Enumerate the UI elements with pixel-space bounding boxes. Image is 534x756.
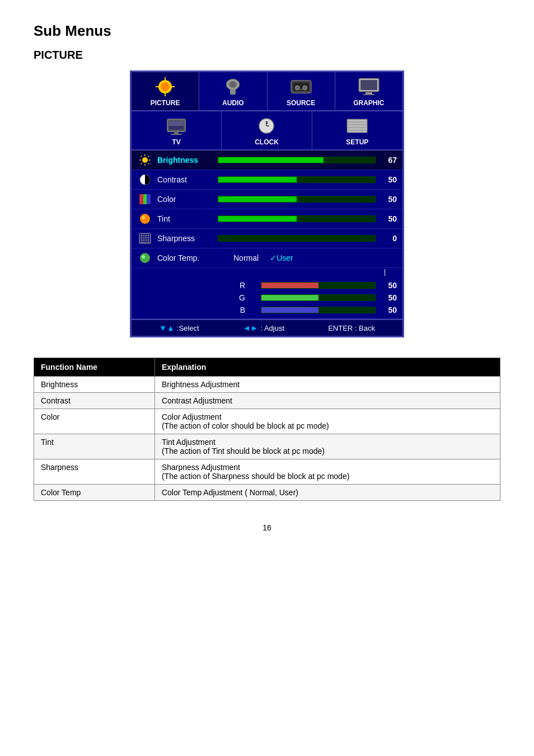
tab-tv[interactable]: TV [132, 111, 222, 149]
svg-rect-46 [147, 194, 151, 204]
table-row: ColorColor Adjustment(The action of colo… [34, 409, 500, 434]
tab-audio-label: AUDIO [222, 99, 244, 107]
svg-rect-13 [299, 89, 303, 90]
tint-icon [137, 212, 153, 226]
tab-graphic-label: GRAPHIC [353, 99, 384, 107]
tab-picture[interactable]: PICTURE [132, 72, 199, 110]
colortemp-normal[interactable]: Normal [233, 253, 259, 262]
cursor-indicator: | [132, 268, 402, 277]
color-icon [137, 192, 153, 206]
rgb-r-bar [261, 282, 376, 289]
svg-rect-8 [230, 89, 236, 95]
rgb-r-bar-fill [261, 283, 318, 288]
menu-row-colortemp[interactable]: Color Temp. Normal ✓User [132, 248, 402, 268]
table-cell-explanation: Color Adjustment(The action of color sho… [154, 409, 500, 434]
table-cell-explanation: Brightness Adjustment [154, 377, 500, 393]
rgb-b-value: 50 [380, 306, 397, 314]
rgb-row-g[interactable]: G 50 [137, 292, 397, 304]
svg-point-48 [142, 216, 145, 219]
tint-bar [218, 215, 376, 222]
rgb-g-bar-fill [261, 295, 318, 300]
colortemp-label: Color Temp. [157, 253, 233, 262]
menu-row-color[interactable]: Color 50 [132, 190, 402, 209]
menu-row-sharpness[interactable]: Sharpness 0 [132, 229, 402, 248]
svg-rect-45 [143, 194, 147, 204]
svg-point-59 [142, 255, 145, 259]
section-title: PICTURE [34, 49, 500, 62]
table-cell-name: Tint [34, 434, 155, 459]
tab-graphic[interactable]: GRAPHIC [335, 72, 402, 110]
rgb-g-value: 50 [380, 293, 397, 302]
svg-rect-21 [169, 121, 184, 126]
colortemp-user[interactable]: ✓User [270, 253, 293, 262]
ctrl-select: ▼▲ :Select [159, 323, 199, 332]
table-row: TintTint Adjustment(The action of Tint s… [34, 434, 500, 459]
svg-point-33 [142, 157, 148, 163]
table-cell-name: Sharpness [34, 459, 155, 485]
osd-container: PICTURE AUDIO [34, 71, 500, 337]
page-number: 16 [34, 523, 500, 532]
tab-clock[interactable]: 12 CLOCK [222, 111, 312, 149]
svg-text:12: 12 [265, 121, 269, 124]
ctrl-adjust: ◄► : Adjust [243, 323, 284, 332]
osd-box: PICTURE AUDIO [130, 71, 404, 337]
table-row: Color TempColor Temp Adjustment ( Normal… [34, 485, 500, 501]
svg-rect-49 [139, 233, 151, 243]
tint-value: 50 [380, 214, 397, 223]
rgb-r-bar-bg [261, 282, 376, 289]
svg-rect-44 [139, 194, 143, 204]
sharpness-value: 0 [380, 234, 397, 243]
tab-source-label: SOURCE [287, 99, 315, 107]
rgb-section: R 50 G [132, 277, 402, 319]
table-row: BrightnessBrightness Adjustment [34, 377, 500, 393]
svg-line-39 [148, 163, 149, 165]
rgb-g-label: G [218, 293, 252, 302]
back-label: ENTER : Back [328, 324, 375, 332]
osd-controls-bar: ▼▲ :Select ◄► : Adjust ENTER : Back [132, 319, 402, 336]
tint-label: Tint [157, 214, 213, 223]
tint-bar-bg [218, 215, 376, 222]
tint-bar-fill [218, 216, 297, 222]
brightness-bar [218, 157, 376, 163]
function-table: Function Name Explanation BrightnessBrig… [34, 358, 500, 501]
svg-point-7 [229, 81, 237, 88]
setup-icon [346, 116, 368, 136]
table-cell-name: Color [34, 409, 155, 434]
tab-source[interactable]: SOURCE [268, 72, 335, 110]
adjust-label: : Adjust [260, 324, 284, 332]
table-cell-explanation: Sharpness Adjustment(The action of Sharp… [154, 459, 500, 485]
contrast-label: Contrast [157, 175, 213, 184]
source-icon [290, 77, 312, 97]
audio-icon [222, 77, 244, 97]
table-row: ContrastContrast Adjustment [34, 393, 500, 409]
table-cell-explanation: Tint Adjustment(The action of Tint shoul… [154, 434, 500, 459]
rgb-g-bar-bg [261, 294, 376, 301]
svg-point-47 [140, 214, 150, 224]
brightness-label: Brightness [157, 156, 213, 165]
rgb-b-bar-fill [261, 307, 318, 313]
rgb-row-b[interactable]: B 50 [137, 304, 397, 316]
contrast-value: 50 [380, 175, 397, 184]
tab-audio[interactable]: AUDIO [199, 72, 267, 110]
sharpness-bar [218, 235, 376, 242]
menu-row-tint[interactable]: Tint 50 [132, 209, 402, 229]
sharpness-icon [137, 232, 153, 245]
table-cell-explanation: Color Temp Adjustment ( Normal, User) [154, 485, 500, 501]
tab-setup-label: SETUP [346, 138, 368, 146]
menu-row-contrast[interactable]: Contrast 50 [132, 170, 402, 190]
sharpness-bar-bg [218, 235, 376, 242]
page-title: Sub Menus [34, 22, 500, 40]
tab-setup[interactable]: SETUP [312, 111, 402, 149]
svg-rect-23 [171, 134, 182, 135]
svg-rect-17 [363, 94, 374, 95]
ctrl-back: ENTER : Back [328, 323, 375, 332]
brightness-bar-fill [218, 157, 324, 163]
color-bar [218, 196, 376, 203]
svg-line-38 [141, 156, 142, 157]
rgb-row-r[interactable]: R 50 [137, 279, 397, 292]
clock-icon: 12 [255, 116, 278, 136]
brightness-icon [137, 153, 153, 167]
color-bar-bg [218, 196, 376, 203]
menu-row-brightness[interactable]: Brightness 67 [132, 151, 402, 170]
colortemp-icon [137, 251, 153, 265]
